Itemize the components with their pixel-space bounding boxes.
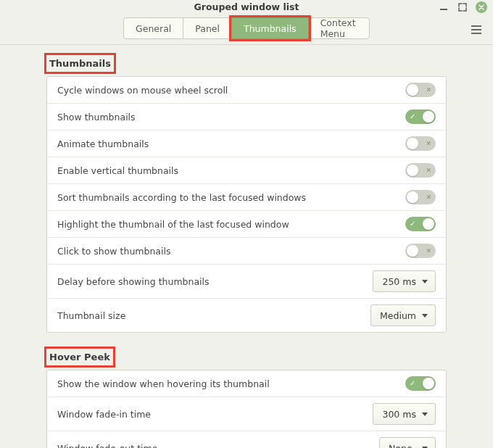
tabstrip: General Panel Thumbnails Context Menu — [123, 17, 370, 39]
section-heading-thumbnails: Thumbnails — [46, 55, 114, 72]
label-animate-thumbnails: Animate thumbnails — [57, 138, 149, 149]
chevron-down-icon — [422, 412, 428, 416]
check-icon — [410, 220, 415, 228]
row-cycle-windows: Cycle windows on mouse wheel scroll — [47, 77, 446, 103]
toggle-hover-show[interactable] — [405, 376, 436, 391]
label-sort-thumbnails: Sort thumbnails according to the last fo… — [57, 192, 306, 203]
toolbar: General Panel Thumbnails Context Menu — [0, 14, 493, 45]
window-controls — [438, 1, 487, 13]
dropdown-size-value: Medium — [380, 310, 416, 321]
dropdown-fadein-value: 300 ms — [382, 409, 416, 420]
row-size: Thumbnail size Medium — [47, 298, 446, 332]
label-highlight-thumbnail: Highlight the thumbnail of the last focu… — [57, 219, 289, 230]
row-animate-thumbnails: Animate thumbnails — [47, 130, 446, 157]
panel-hover-peek: Show the window when hovering its thumbn… — [46, 370, 447, 448]
row-show-thumbnails: Show thumbnails — [47, 103, 446, 130]
row-sort-thumbnails: Sort thumbnails according to the last fo… — [47, 183, 446, 210]
x-icon — [426, 246, 431, 255]
menu-button[interactable] — [468, 22, 484, 38]
label-click-thumbnails: Click to show thumbnails — [57, 246, 170, 257]
label-cycle-windows: Cycle windows on mouse wheel scroll — [57, 85, 228, 96]
check-icon — [410, 112, 415, 121]
x-icon — [426, 166, 431, 175]
toggle-sort-thumbnails[interactable] — [405, 190, 436, 204]
check-icon — [410, 379, 415, 388]
toggle-knob — [423, 111, 434, 123]
section-heading-hover-peek: Hover Peek — [46, 349, 113, 365]
close-button[interactable] — [476, 1, 487, 13]
row-highlight-thumbnail: Highlight the thumbnail of the last focu… — [47, 210, 446, 237]
toggle-knob — [407, 138, 418, 149]
toggle-cycle-windows[interactable] — [405, 83, 436, 97]
toggle-show-thumbnails[interactable] — [405, 109, 436, 124]
toggle-click-thumbnails[interactable] — [405, 244, 436, 258]
dropdown-delay[interactable]: 250 ms — [373, 270, 436, 292]
minimize-icon — [440, 9, 447, 10]
maximize-icon — [458, 3, 467, 12]
window-title: Grouped window list — [0, 1, 493, 12]
dropdown-fadeout[interactable]: None — [379, 437, 436, 448]
chevron-down-icon — [422, 280, 428, 283]
tab-general[interactable]: General — [123, 17, 183, 39]
minimize-button[interactable] — [438, 1, 450, 13]
toggle-animate-thumbnails[interactable] — [405, 136, 436, 151]
label-size: Thumbnail size — [57, 310, 125, 321]
hamburger-icon — [471, 25, 481, 34]
toggle-vertical-thumbnails[interactable] — [405, 163, 436, 178]
section-hover-peek: Hover Peek Show the window when hovering… — [46, 349, 447, 448]
toggle-knob — [423, 378, 434, 389]
maximize-button[interactable] — [457, 1, 468, 13]
tab-panel[interactable]: Panel — [183, 17, 232, 39]
dropdown-fadeout-value: None — [389, 443, 413, 449]
row-vertical-thumbnails: Enable vertical thumbnails — [47, 157, 446, 183]
dropdown-size[interactable]: Medium — [370, 304, 436, 326]
content: Thumbnails Cycle windows on mouse wheel … — [0, 45, 493, 448]
label-show-thumbnails: Show thumbnails — [57, 112, 136, 123]
toggle-knob — [423, 218, 434, 230]
x-icon — [426, 139, 431, 148]
row-fadein: Window fade-in time 300 ms — [47, 397, 446, 431]
label-fadein: Window fade-in time — [57, 409, 151, 420]
section-thumbnails: Thumbnails Cycle windows on mouse wheel … — [46, 55, 447, 333]
label-vertical-thumbnails: Enable vertical thumbnails — [57, 165, 178, 176]
dropdown-fadein[interactable]: 300 ms — [373, 403, 436, 425]
tab-context-menu[interactable]: Context Menu — [308, 17, 370, 39]
row-fadeout: Window fade-out time None — [47, 431, 446, 448]
label-fadeout: Window fade-out time — [57, 443, 157, 449]
chevron-down-icon — [422, 314, 428, 318]
row-click-thumbnails: Click to show thumbnails — [47, 237, 446, 264]
titlebar: Grouped window list — [0, 0, 493, 14]
panel-thumbnails: Cycle windows on mouse wheel scroll Show… — [46, 76, 447, 333]
row-delay: Delay before showing thumbnails 250 ms — [47, 264, 446, 298]
toggle-knob — [407, 165, 418, 176]
label-hover-show: Show the window when hovering its thumbn… — [57, 378, 270, 389]
dropdown-delay-value: 250 ms — [382, 276, 416, 287]
toggle-knob — [407, 84, 418, 96]
tab-thumbnails[interactable]: Thumbnails — [231, 17, 309, 39]
toggle-knob — [407, 245, 418, 257]
x-icon — [426, 86, 431, 94]
x-icon — [426, 193, 431, 202]
label-delay: Delay before showing thumbnails — [57, 276, 210, 287]
toggle-knob — [407, 191, 418, 203]
close-icon — [478, 4, 485, 11]
toggle-highlight-thumbnail[interactable] — [405, 217, 436, 231]
row-hover-show: Show the window when hovering its thumbn… — [47, 370, 446, 397]
